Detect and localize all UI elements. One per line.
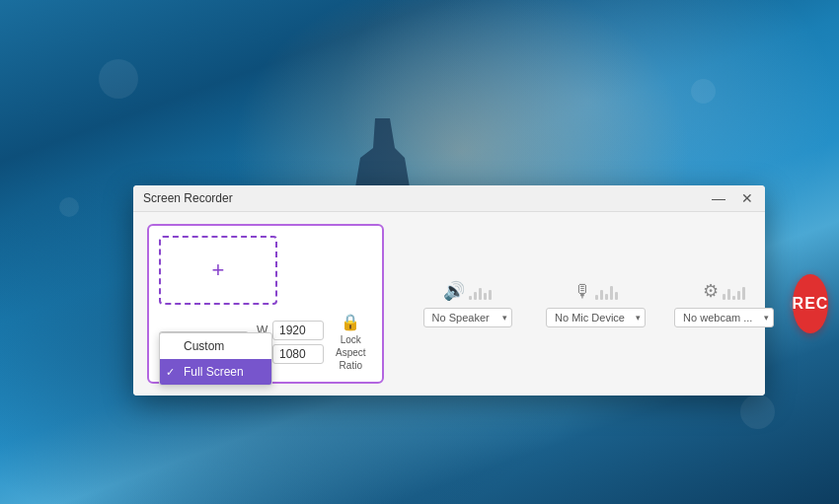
bubble-5 <box>740 395 775 429</box>
dropdown-item-custom[interactable]: Custom <box>160 333 271 359</box>
speaker-bars <box>469 282 492 300</box>
bar-2 <box>474 292 477 300</box>
lock-label: Lock AspectRatio <box>336 333 366 372</box>
bar-w4 <box>737 291 740 300</box>
bar-3 <box>479 288 482 300</box>
bar-m5 <box>615 292 618 300</box>
close-button[interactable]: ✕ <box>739 191 755 205</box>
speaker-icons-row: 🔊 <box>443 280 492 302</box>
bar-1 <box>469 296 472 300</box>
bar-m4 <box>610 286 613 300</box>
speaker-select-wrapper: No Speaker ▾ <box>423 308 512 327</box>
webcam-select[interactable]: No webcam ... <box>674 308 774 327</box>
plus-icon: + <box>212 257 225 283</box>
mic-group: 🎙 No Mic Device ▾ <box>552 281 641 327</box>
dropdown-item-fullscreen[interactable]: ✓ Full Screen <box>160 359 271 385</box>
window-content: + Full Screen Custom ▾ W <box>133 212 765 396</box>
bar-w3 <box>732 296 735 300</box>
speaker-group: 🔊 No Speaker ▾ <box>423 280 512 327</box>
bubble-4 <box>691 79 716 104</box>
bar-4 <box>484 293 487 300</box>
bar-5 <box>489 290 492 300</box>
bar-m3 <box>605 294 608 300</box>
bar-m2 <box>600 290 603 300</box>
screen-recorder-window: Screen Recorder — ✕ + Full Screen Custom… <box>133 185 765 396</box>
bubble-1 <box>99 59 138 99</box>
capture-section: + Full Screen Custom ▾ W <box>147 224 384 384</box>
bar-w2 <box>727 289 730 300</box>
webcam-icons-row: ⚙ <box>703 280 745 302</box>
checkmark-icon: ✓ <box>166 366 175 379</box>
dropdown-menu: Custom ✓ Full Screen <box>159 332 272 386</box>
mic-select-wrapper: No Mic Device ▾ <box>546 308 646 327</box>
mic-bars <box>595 282 618 300</box>
title-bar: Screen Recorder — ✕ <box>133 185 765 212</box>
bubble-2 <box>59 197 79 217</box>
webcam-icon: ⚙ <box>703 280 719 302</box>
custom-label: Custom <box>184 339 224 353</box>
fullscreen-label: Full Screen <box>184 365 244 379</box>
rec-button[interactable]: REC <box>793 274 829 333</box>
width-input[interactable] <box>272 321 324 340</box>
mic-icons-row: 🎙 <box>573 281 618 302</box>
minimize-button[interactable]: — <box>710 191 727 205</box>
bar-w1 <box>723 294 725 300</box>
lock-icon: 🔒 <box>341 313 360 331</box>
webcam-group: ⚙ No webcam ... ▾ <box>680 280 769 327</box>
speaker-icon: 🔊 <box>443 280 465 302</box>
lock-aspect-ratio[interactable]: 🔒 Lock AspectRatio <box>332 313 370 372</box>
speaker-select[interactable]: No Speaker <box>423 308 512 327</box>
bar-m1 <box>595 295 598 300</box>
height-input[interactable] <box>272 344 324 364</box>
mic-select[interactable]: No Mic Device <box>546 308 646 327</box>
capture-preview[interactable]: + <box>159 236 277 305</box>
mic-icon: 🎙 <box>573 281 591 302</box>
window-title: Screen Recorder <box>143 191 233 205</box>
webcam-select-wrapper: No webcam ... ▾ <box>674 308 774 327</box>
bar-w5 <box>742 287 745 300</box>
webcam-bars <box>723 282 745 300</box>
window-controls: — ✕ <box>710 191 755 205</box>
